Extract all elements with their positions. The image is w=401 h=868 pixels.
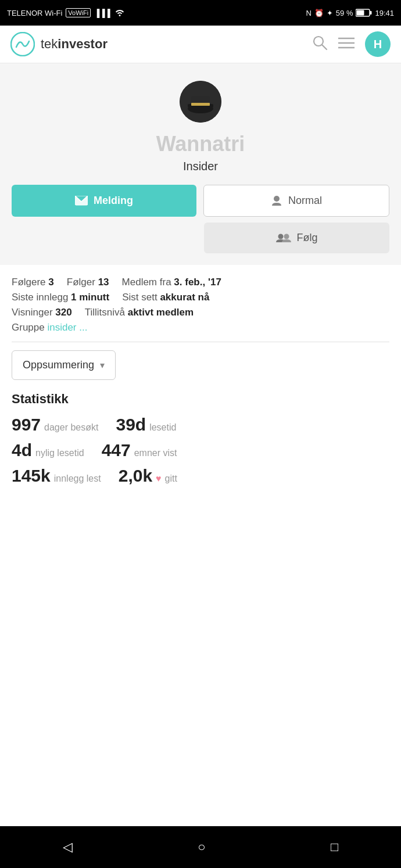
summary-label: Oppsummering bbox=[23, 359, 94, 371]
logo-text: tekinvestor bbox=[41, 37, 108, 52]
last-post-item: Siste innlegg 1 minutt bbox=[12, 292, 109, 303]
heart-icon: ♥ bbox=[156, 474, 162, 484]
trust-val: aktivt medlem bbox=[128, 307, 194, 318]
status-right: N ⏰ ✦ 59 % 19:41 bbox=[306, 9, 394, 17]
statistikk-title: Statistikk bbox=[12, 392, 389, 407]
last-seen-item: Sist sett akkurat nå bbox=[122, 292, 209, 303]
views-label: Visninger bbox=[12, 307, 53, 318]
time-text: 19:41 bbox=[375, 9, 394, 17]
stat-lesetid-num: 39d bbox=[116, 415, 146, 435]
stat-hjerte: 2,0k ♥ gitt bbox=[119, 466, 177, 486]
stat-dager: 997 dager besøkt bbox=[12, 415, 98, 435]
battery-icon bbox=[356, 9, 372, 17]
battery-text: 59 % bbox=[336, 9, 353, 17]
stat-lesetid-label: lesetid bbox=[149, 422, 176, 433]
profile-username: Wannatri bbox=[156, 132, 245, 156]
user-avatar[interactable]: H bbox=[365, 31, 391, 57]
svg-point-18 bbox=[278, 234, 283, 239]
stat-hjerte-label: gitt bbox=[165, 474, 177, 484]
stat-row-3: 145k innlegg lest 2,0k ♥ gitt bbox=[12, 466, 389, 486]
views-item: Visninger 320 bbox=[12, 307, 72, 318]
carrier-text: TELENOR Wi-Fi bbox=[7, 9, 62, 17]
svg-rect-1 bbox=[370, 11, 372, 15]
follow-button[interactable]: Følg bbox=[204, 223, 389, 253]
wifi-icon bbox=[114, 8, 126, 18]
last-post-val: 1 minutt bbox=[71, 292, 109, 303]
profile-section: Wannatri Insider Melding Normal bbox=[0, 63, 401, 265]
bottom-nav: ◁ ○ □ bbox=[0, 826, 401, 868]
followers-count: 3 bbox=[48, 277, 53, 288]
stat-innlegg-label: innlegg lest bbox=[54, 474, 101, 484]
home-button[interactable]: ○ bbox=[186, 834, 217, 860]
stat-lesetid: 39d lesetid bbox=[116, 415, 176, 435]
gruppe-label: Gruppe bbox=[12, 322, 45, 333]
last-post-label: Siste innlegg bbox=[12, 292, 68, 303]
last-seen-val: akkurat nå bbox=[160, 292, 209, 303]
logo[interactable]: tekinvestor bbox=[10, 32, 108, 56]
followers-label: Følgere bbox=[12, 277, 46, 288]
follow-button-label: Følg bbox=[297, 232, 318, 244]
logo-investor: investor bbox=[58, 37, 108, 51]
normal-button[interactable]: Normal bbox=[203, 185, 389, 217]
stat-emner: 447 emner vist bbox=[102, 440, 177, 460]
bluetooth-icon: ✦ bbox=[327, 9, 333, 17]
views-row: Visninger 320 Tillitsnivå aktivt medlem bbox=[12, 307, 389, 318]
followers-row: Følgere 3 Følger 13 Medlem fra 3. feb., … bbox=[12, 277, 389, 288]
person-icon bbox=[271, 195, 282, 207]
stat-emner-label: emner vist bbox=[134, 448, 177, 458]
stat-dager-num: 997 bbox=[12, 415, 41, 435]
svg-rect-2 bbox=[357, 10, 364, 16]
message-button-label: Melding bbox=[94, 195, 133, 207]
status-left: TELENOR Wi-Fi VoWiFi ▐▐▐ bbox=[7, 8, 126, 18]
gruppe-val[interactable]: insider ... bbox=[47, 322, 87, 333]
stat-nylig-num: 4d bbox=[12, 440, 32, 460]
stat-row-1: 997 dager besøkt 39d lesetid bbox=[12, 415, 389, 435]
member-since-item: Medlem fra 3. feb., '17 bbox=[122, 277, 221, 288]
search-icon[interactable] bbox=[312, 34, 328, 55]
signal-icon: ▐▐▐ bbox=[94, 9, 110, 17]
last-seen-label: Sist sett bbox=[122, 292, 157, 303]
nav-actions: H bbox=[312, 31, 391, 57]
profile-avatar bbox=[180, 81, 221, 123]
logo-tek: tek bbox=[41, 37, 58, 51]
last-post-row: Siste innlegg 1 minutt Sist sett akkurat… bbox=[12, 292, 389, 303]
followers-item: Følgere 3 bbox=[12, 277, 54, 288]
svg-point-4 bbox=[314, 37, 323, 46]
buttons-row1: Melding Normal bbox=[12, 185, 389, 217]
menu-icon[interactable] bbox=[338, 35, 355, 53]
stats-section: Følgere 3 Følger 13 Medlem fra 3. feb., … bbox=[0, 265, 401, 392]
nav-bar: tekinvestor H bbox=[0, 26, 401, 63]
message-button[interactable]: Melding bbox=[12, 185, 196, 217]
member-since-label: Medlem fra bbox=[122, 277, 171, 288]
vowifi-badge: VoWiFi bbox=[66, 8, 91, 17]
envelope-icon bbox=[75, 196, 88, 206]
back-button[interactable]: ◁ bbox=[51, 834, 84, 860]
svg-rect-13 bbox=[191, 103, 210, 106]
stat-innlegg: 145k innlegg lest bbox=[12, 466, 101, 486]
summary-dropdown[interactable]: Oppsummering ▾ bbox=[12, 350, 116, 380]
views-val: 320 bbox=[55, 307, 71, 318]
follow-icon bbox=[276, 233, 291, 243]
divider bbox=[12, 342, 389, 342]
profile-role: Insider bbox=[183, 160, 218, 173]
alarm-icon: ⏰ bbox=[314, 9, 324, 17]
svg-point-17 bbox=[274, 196, 280, 202]
nfc-icon: N bbox=[306, 9, 311, 17]
stat-emner-num: 447 bbox=[102, 440, 131, 460]
gruppe-row: Gruppe insider ... bbox=[12, 322, 389, 333]
trust-item: Tillitsnivå aktivt medlem bbox=[85, 307, 194, 318]
trust-label: Tillitsnivå bbox=[85, 307, 125, 318]
statistikk-section: Statistikk 997 dager besøkt 39d lesetid … bbox=[0, 392, 401, 509]
following-count: 13 bbox=[98, 277, 109, 288]
recent-apps-button[interactable]: □ bbox=[319, 834, 350, 860]
stat-row-2: 4d nylig lesetid 447 emner vist bbox=[12, 440, 389, 460]
profile-avatar-img bbox=[180, 81, 221, 123]
following-item: Følger 13 bbox=[67, 277, 109, 288]
status-bar: TELENOR Wi-Fi VoWiFi ▐▐▐ N ⏰ ✦ 59 % 19:4… bbox=[0, 0, 401, 26]
following-label: Følger bbox=[67, 277, 95, 288]
stat-hjerte-num: 2,0k bbox=[119, 466, 152, 486]
stat-nylig: 4d nylig lesetid bbox=[12, 440, 84, 460]
stat-nylig-label: nylig lesetid bbox=[35, 448, 84, 458]
normal-button-label: Normal bbox=[288, 195, 322, 207]
profile-buttons: Melding Normal Følg bbox=[12, 185, 389, 253]
